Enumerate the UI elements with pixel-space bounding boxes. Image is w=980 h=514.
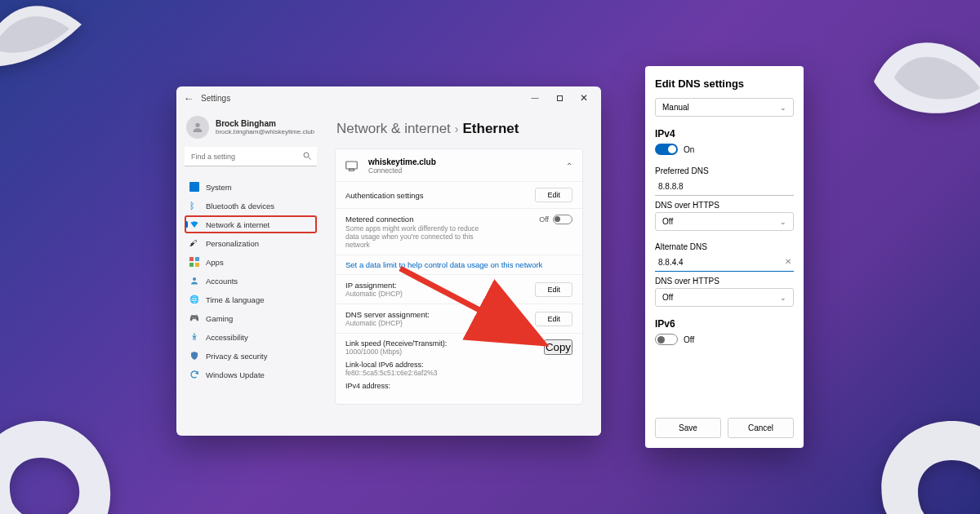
metered-label: Metered connection — [345, 215, 539, 224]
auth-edit-button[interactable]: Edit — [535, 188, 572, 202]
svg-point-8 — [194, 334, 195, 335]
doh1-select[interactable]: Off ⌄ — [655, 212, 794, 231]
maximize-button[interactable] — [547, 88, 572, 108]
svg-rect-3 — [189, 257, 194, 261]
ipv4-toggle[interactable] — [655, 144, 678, 155]
user-email: brock.bingham@whiskeytime.club — [216, 128, 314, 135]
doh1-label: DNS over HTTPS — [655, 201, 794, 210]
clear-input-button[interactable]: ✕ — [785, 257, 791, 266]
wifi-icon — [189, 219, 199, 229]
alternate-dns-input[interactable] — [655, 254, 794, 272]
display-icon — [189, 182, 199, 192]
cancel-button[interactable]: Cancel — [728, 418, 794, 438]
ip4-label: IPv4 address: — [345, 382, 544, 390]
ll6-value: fe80::5ca5:5c51:c6e2:6af2%3 — [345, 369, 544, 377]
chevron-down-icon: ⌄ — [780, 104, 786, 112]
network-status: Connected — [368, 166, 436, 175]
window-titlebar: ← Settings — ✕ — [176, 86, 601, 109]
search-input[interactable] — [185, 147, 317, 166]
doh2-select[interactable]: Off ⌄ — [655, 288, 794, 307]
sync-icon — [189, 370, 199, 379]
brush-icon: 🖌 — [189, 238, 199, 248]
alternate-dns-label: Alternate DNS — [655, 242, 794, 251]
auth-row: Authentication settings Edit — [336, 181, 582, 208]
nav-personalization[interactable]: 🖌Personalization — [185, 234, 317, 252]
ipv6-toggle[interactable] — [655, 334, 678, 345]
svg-rect-5 — [189, 263, 194, 267]
accessibility-icon — [189, 332, 199, 342]
metered-row: Metered connection Some apps might work … — [336, 208, 582, 255]
dns-mode-select[interactable]: Manual ⌄ — [655, 98, 794, 117]
network-name: whiskeytime.club — [368, 157, 436, 166]
ipv4-state: On — [684, 145, 694, 154]
user-profile[interactable]: Brock Bingham brock.bingham@whiskeytime.… — [186, 116, 315, 139]
nav-time[interactable]: 🌐Time & language — [185, 290, 317, 308]
svg-point-7 — [193, 277, 196, 281]
svg-point-0 — [195, 123, 199, 127]
decoration-top-right — [866, 24, 980, 134]
close-button[interactable]: ✕ — [572, 88, 596, 108]
avatar — [186, 116, 209, 139]
nav-gaming[interactable]: 🎮Gaming — [185, 309, 317, 327]
nav-accessibility[interactable]: Accessibility — [185, 328, 317, 346]
metered-desc: Some apps might work differently to redu… — [345, 224, 484, 249]
metered-toggle[interactable] — [553, 215, 572, 224]
ipv4-section-label: IPv4 — [655, 128, 794, 140]
nav-system[interactable]: System — [185, 178, 317, 196]
apps-icon — [189, 257, 199, 267]
metered-state: Off — [539, 215, 549, 224]
globe-icon: 🌐 — [189, 295, 199, 304]
back-button[interactable]: ← — [181, 92, 196, 104]
dialog-title: Edit DNS settings — [655, 78, 794, 90]
nav-network[interactable]: Network & internet — [185, 215, 317, 233]
chevron-up-icon: ⌃ — [566, 162, 572, 171]
nav-update[interactable]: Windows Update — [185, 366, 317, 383]
search-wrapper — [185, 147, 317, 166]
user-name: Brock Bingham — [216, 119, 314, 128]
ipv6-section-label: IPv6 — [655, 318, 794, 330]
decoration-bottom-left — [0, 413, 122, 514]
nav-bluetooth[interactable]: ᛒBluetooth & devices — [185, 197, 317, 215]
chevron-down-icon: ⌄ — [780, 294, 786, 302]
breadcrumb-current: Ethernet — [463, 121, 519, 136]
ipv6-state: Off — [684, 335, 694, 344]
breadcrumb-parent[interactable]: Network & internet — [336, 121, 451, 136]
save-button[interactable]: Save — [655, 418, 721, 438]
nav-accounts[interactable]: Accounts — [185, 272, 317, 290]
decoration-bottom-right — [866, 413, 980, 514]
window-title: Settings — [201, 94, 230, 103]
svg-rect-10 — [350, 169, 354, 171]
ll6-label: Link-local IPv6 address: — [345, 361, 544, 369]
nav-list: System ᛒBluetooth & devices Network & in… — [185, 178, 317, 383]
gamepad-icon: 🎮 — [189, 313, 199, 323]
network-header[interactable]: whiskeytime.club Connected ⌃ — [336, 157, 582, 181]
chevron-down-icon: ⌄ — [780, 218, 786, 226]
edit-dns-dialog: Edit DNS settings Manual ⌄ IPv4 On Prefe… — [645, 66, 804, 448]
decoration-top-left — [0, 0, 98, 93]
breadcrumb: Network & internet›Ethernet — [336, 121, 583, 137]
preferred-dns-input[interactable] — [655, 178, 794, 196]
svg-rect-4 — [195, 257, 199, 261]
doh2-label: DNS over HTTPS — [655, 277, 794, 286]
svg-point-1 — [304, 153, 309, 157]
person-icon — [189, 276, 199, 286]
shield-icon — [189, 351, 199, 361]
svg-rect-6 — [195, 263, 199, 267]
settings-window: ← Settings — ✕ Brock Bingham brock.bingh… — [176, 86, 601, 436]
svg-line-2 — [309, 157, 311, 160]
nav-privacy[interactable]: Privacy & security — [185, 347, 317, 365]
bluetooth-icon: ᛒ — [189, 201, 199, 210]
minimize-button[interactable]: — — [523, 88, 547, 108]
svg-rect-9 — [346, 162, 358, 169]
nav-apps[interactable]: Apps — [185, 253, 317, 271]
auth-label: Authentication settings — [345, 191, 535, 200]
ethernet-icon — [345, 161, 360, 172]
search-icon — [302, 151, 312, 161]
svg-line-11 — [400, 268, 534, 339]
annotation-arrow — [397, 265, 552, 350]
chevron-right-icon: › — [455, 122, 459, 135]
preferred-dns-label: Preferred DNS — [655, 166, 794, 175]
sidebar: Brock Bingham brock.bingham@whiskeytime.… — [176, 109, 325, 436]
